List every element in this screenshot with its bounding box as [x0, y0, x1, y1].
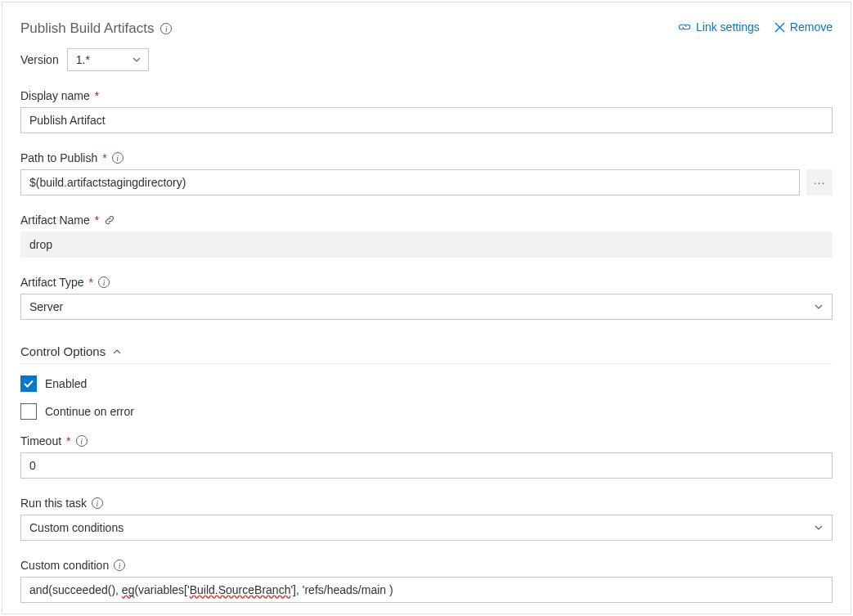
spellcheck-squiggle: Build.SourceBranch [190, 583, 291, 596]
required-marker: * [89, 276, 93, 289]
version-select[interactable]: 1.* [67, 48, 149, 71]
chevron-up-icon [112, 347, 122, 357]
chevron-down-icon [814, 302, 824, 312]
link-icon[interactable] [104, 214, 115, 226]
artifact-name-input[interactable] [20, 232, 833, 258]
required-marker: * [95, 89, 99, 102]
artifact-type-label: Artifact Type * i [20, 276, 833, 289]
path-to-publish-field: Path to Publish * i ··· [20, 151, 833, 196]
control-options-label: Control Options [20, 344, 106, 358]
custom-condition-field: Custom condition i and(succeeded(), eg(v… [20, 559, 833, 603]
info-icon[interactable]: i [114, 560, 125, 571]
continue-on-error-row: Continue on error [20, 403, 833, 420]
artifact-type-select[interactable]: Server [20, 294, 833, 320]
chevron-down-icon [814, 523, 824, 533]
path-to-publish-label: Path to Publish * i [20, 151, 833, 164]
version-value: 1.* [76, 53, 90, 66]
ellipsis-icon: ··· [814, 176, 826, 189]
enabled-checkbox[interactable] [20, 375, 37, 392]
path-to-publish-input[interactable] [20, 169, 800, 196]
continue-on-error-label: Continue on error [45, 405, 134, 418]
timeout-input[interactable] [20, 452, 833, 479]
run-this-task-field: Run this task i Custom conditions [20, 497, 833, 541]
timeout-label: Timeout * i [20, 434, 833, 447]
required-marker: * [102, 151, 106, 164]
info-icon[interactable]: i [92, 497, 103, 509]
artifact-name-field: Artifact Name * [20, 214, 833, 258]
display-name-input[interactable] [20, 107, 833, 133]
version-row: Version 1.* [20, 48, 833, 71]
info-icon[interactable]: i [76, 435, 88, 447]
link-settings-label: Link settings [696, 20, 760, 34]
close-icon [774, 22, 785, 33]
timeout-field: Timeout * i [20, 434, 833, 479]
display-name-label: Display name * [20, 89, 833, 102]
task-settings-panel: Publish Build Artifacts i Link settings … [2, 2, 851, 614]
required-marker: * [66, 434, 70, 447]
remove-button[interactable]: Remove [774, 20, 833, 34]
version-label: Version [20, 53, 59, 66]
panel-title-text: Publish Build Artifacts [20, 20, 154, 37]
spellcheck-squiggle: eg [122, 583, 135, 596]
panel-title: Publish Build Artifacts i [20, 20, 172, 37]
artifact-type-value: Server [29, 300, 63, 313]
control-options-header[interactable]: Control Options [20, 344, 833, 364]
artifact-type-field: Artifact Type * i Server [20, 276, 833, 320]
custom-condition-input[interactable]: and(succeeded(), eg(variables['Build.Sou… [20, 577, 833, 603]
enabled-row: Enabled [20, 375, 833, 392]
check-icon [23, 378, 34, 389]
link-icon [678, 21, 691, 33]
info-icon[interactable]: i [112, 152, 123, 164]
required-marker: * [95, 214, 99, 227]
browse-path-button[interactable]: ··· [806, 169, 833, 196]
custom-condition-label: Custom condition i [20, 559, 833, 572]
remove-label: Remove [790, 20, 833, 34]
header-row: Publish Build Artifacts i Link settings … [20, 20, 833, 37]
path-input-row: ··· [20, 169, 833, 196]
run-this-task-select[interactable]: Custom conditions [20, 515, 833, 541]
display-name-field: Display name * [20, 89, 833, 133]
artifact-name-label: Artifact Name * [20, 214, 833, 227]
continue-on-error-checkbox[interactable] [20, 403, 37, 420]
info-icon[interactable]: i [160, 23, 172, 34]
run-this-task-label: Run this task i [20, 497, 833, 510]
enabled-label: Enabled [45, 377, 87, 390]
info-icon[interactable]: i [98, 277, 110, 288]
chevron-down-icon [132, 55, 141, 65]
link-settings-button[interactable]: Link settings [678, 20, 760, 34]
run-this-task-value: Custom conditions [29, 521, 123, 534]
header-actions: Link settings Remove [678, 20, 833, 34]
